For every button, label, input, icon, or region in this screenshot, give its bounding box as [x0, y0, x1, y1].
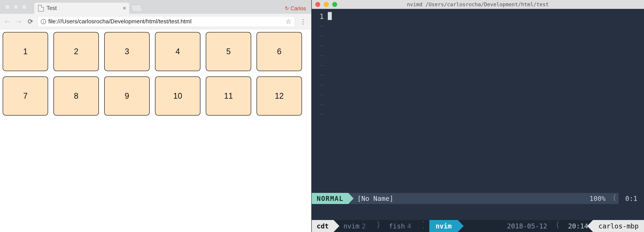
- profile-name: Carlos: [290, 5, 306, 11]
- new-tab-button[interactable]: [131, 5, 143, 11]
- grid-cell: 12: [256, 76, 302, 116]
- address-bar: ← → ⟳ i file:///Users/carlosrocha/Develo…: [0, 14, 311, 29]
- vim-status-line: NORMAL [No Name] 100% ⟨ 0:1: [312, 193, 644, 204]
- empty-line-tilde: ~: [312, 51, 324, 60]
- tab-title: Test: [46, 5, 57, 11]
- window-close-icon[interactable]: [5, 4, 10, 9]
- tmux-hostname: carlos-mbp: [593, 220, 644, 232]
- window-minimize-icon[interactable]: [13, 4, 18, 9]
- url-text: file:///Users/carlosrocha/Development/ht…: [48, 18, 192, 25]
- grid-cell: 2: [54, 32, 99, 71]
- vim-mode-segment: NORMAL: [312, 193, 348, 204]
- chevron-right-icon: ⟩: [373, 220, 384, 232]
- tmux-status-bar: cdt nvim 2⟩fish 4⟩nvim 2018-05-12 ⟨ 20:1…: [312, 220, 644, 232]
- grid-cell: 10: [155, 76, 200, 116]
- vim-position: 0:1: [625, 195, 637, 203]
- forward-button[interactable]: →: [14, 17, 23, 25]
- terminal-title: nvimd /Users/carlosrocha/Development/htm…: [407, 1, 549, 7]
- window-minimize-icon[interactable]: [324, 2, 329, 7]
- empty-line-tilde: ~: [312, 70, 324, 80]
- grid-cell: 3: [104, 32, 150, 71]
- site-info-icon[interactable]: i: [41, 19, 46, 24]
- browser-tab-strip: Test × ↻ Carlos: [0, 0, 311, 14]
- empty-line-tilde: ~: [312, 80, 324, 90]
- empty-line-tilde: ~: [312, 90, 324, 100]
- bookmark-star-icon[interactable]: ☆: [286, 17, 292, 25]
- page-icon: [38, 5, 44, 11]
- tmux-window-name: fish: [389, 222, 405, 230]
- window-zoom-icon[interactable]: [332, 2, 337, 7]
- url-input[interactable]: i file:///Users/carlosrocha/Development/…: [38, 16, 295, 27]
- tmux-date: 2018-05-12: [502, 220, 552, 232]
- window-controls: [5, 4, 27, 9]
- nvim-editor[interactable]: 1 ~~~~~~~~~~ NORMAL [No Name] 100% ⟨ 0:1: [312, 9, 644, 204]
- profile-sync-area[interactable]: ↻ Carlos: [285, 5, 311, 14]
- empty-line-tilde: ~: [312, 109, 324, 119]
- terminal-gap: [312, 204, 644, 220]
- vim-percent: 100%: [590, 195, 606, 203]
- empty-line-tilde: ~: [312, 100, 324, 109]
- line-gutter: 1 ~~~~~~~~~~: [312, 9, 328, 193]
- text-cursor: [328, 12, 332, 20]
- empty-line-tilde: ~: [312, 31, 324, 41]
- tmux-window-list: nvim 2⟩fish 4⟩nvim: [334, 220, 458, 232]
- tmux-window[interactable]: fish 4: [384, 220, 418, 232]
- grid-cell: 4: [155, 32, 200, 71]
- tmux-session-name[interactable]: cdt: [312, 220, 334, 232]
- window-controls: [315, 2, 337, 7]
- sync-paused-icon: ↻: [285, 5, 289, 11]
- back-button[interactable]: ←: [3, 17, 12, 25]
- reload-button[interactable]: ⟳: [26, 17, 35, 25]
- empty-line-tilde: ~: [312, 41, 324, 51]
- separator-icon: ⟨: [610, 193, 618, 204]
- grid-cell: 6: [256, 32, 302, 71]
- grid-cell: 9: [104, 76, 150, 116]
- close-tab-icon[interactable]: ×: [123, 5, 126, 12]
- browser-menu-button[interactable]: ⋮: [298, 17, 309, 25]
- grid-cell: 7: [3, 76, 48, 116]
- grid-cell: 8: [54, 76, 99, 116]
- vim-mode: NORMAL: [317, 195, 344, 203]
- grid-cell: 5: [206, 32, 251, 71]
- tmux-window[interactable]: nvim 2: [334, 220, 373, 232]
- grid-cell: 1: [3, 32, 48, 71]
- browser-tab[interactable]: Test ×: [34, 2, 130, 14]
- tmux-window-active[interactable]: nvim: [429, 220, 458, 232]
- empty-line-tilde: ~: [312, 21, 324, 31]
- vim-percent-segment: 100%: [584, 193, 610, 204]
- terminal-titlebar: nvimd /Users/carlosrocha/Development/htm…: [312, 0, 644, 9]
- tmux-window-name: nvim: [436, 222, 452, 230]
- page-content: 123456789101112: [0, 29, 311, 232]
- separator-icon: ⟨: [552, 220, 563, 232]
- grid-cell: 11: [206, 76, 251, 116]
- vim-position-segment: 0:1: [618, 193, 644, 204]
- vim-buffer-name-segment: [No Name]: [348, 193, 398, 204]
- window-zoom-icon[interactable]: [22, 4, 27, 9]
- tmux-window-index: 4: [405, 222, 413, 230]
- tmux-window-index: 2: [360, 222, 368, 230]
- vim-buffer-name: [No Name]: [357, 195, 394, 203]
- empty-line-tilde: ~: [312, 60, 324, 70]
- line-number: 1: [312, 11, 324, 21]
- tmux-window-name: nvim: [344, 222, 360, 230]
- editor-buffer[interactable]: [328, 9, 644, 193]
- terminal-window: nvimd /Users/carlosrocha/Development/htm…: [312, 0, 644, 232]
- window-close-icon[interactable]: [315, 2, 320, 7]
- chrome-browser-window: Test × ↻ Carlos ← → ⟳ i file:///Users/ca…: [0, 0, 312, 232]
